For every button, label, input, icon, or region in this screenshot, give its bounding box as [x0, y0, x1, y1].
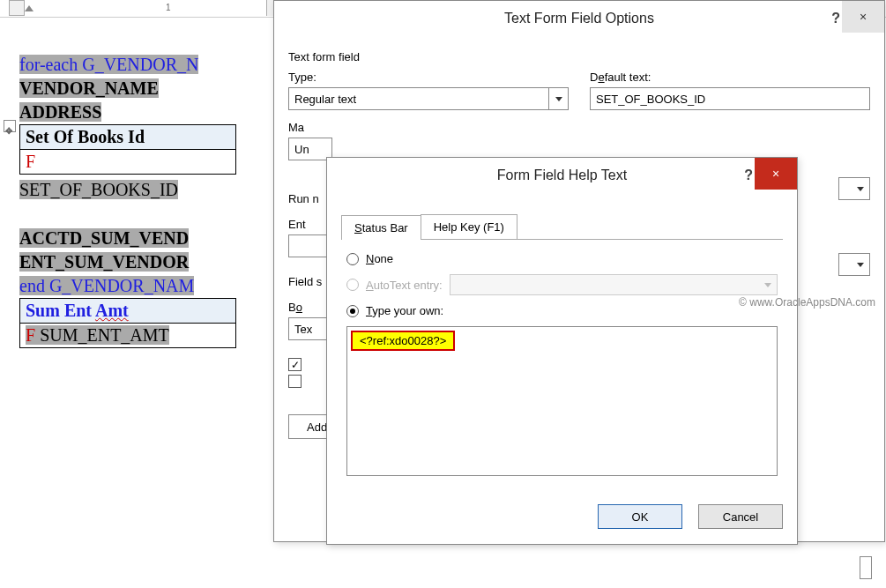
dialog-title-bar[interactable]: Text Form Field Options ? × [274, 1, 884, 36]
close-icon[interactable]: × [842, 1, 884, 33]
watermark: © www.OracleAppsDNA.com [739, 296, 875, 309]
radio-autotext-label: AutoText entry: [366, 279, 443, 292]
default-text-input[interactable] [590, 87, 870, 110]
vendor-name-field: VENDOR_NAME [19, 78, 159, 98]
tab-status-bar[interactable]: Status Bar [341, 215, 421, 240]
dialog-title: Form Field Help Text [497, 167, 627, 183]
tab-help-key[interactable]: Help Key (F1) [421, 214, 517, 239]
ok-button[interactable]: OK [598, 504, 682, 529]
help-text-textarea[interactable]: <?ref:xdo0028?> [346, 326, 778, 476]
group-label-text-form-field: Text form field [288, 50, 870, 63]
table-header-set-of-books[interactable]: Set Of Books Id [19, 124, 236, 150]
type-value: Regular text [294, 93, 356, 106]
radio-type-your-own[interactable] [346, 305, 359, 317]
chevron-down-icon[interactable] [548, 88, 568, 109]
tabs: Status Bar Help Key (F1) [341, 214, 783, 240]
table-cell-sum-ent-amt[interactable]: F SUM_ENT_AMT [19, 324, 236, 348]
fillin-enabled-checkbox[interactable]: ✓ [288, 358, 302, 371]
document-body: for-each G_VENDOR_N VENDOR_NAME ADDRESS … [19, 53, 236, 348]
bookmark-label: Bo [288, 301, 302, 314]
dialog-title: Text Form Field Options [504, 11, 654, 26]
text-format-combo[interactable] [838, 177, 870, 200]
type-label: Type: [288, 71, 316, 84]
form-field-help-text-dialog: Form Field Help Text ? × Status Bar Help… [326, 157, 798, 545]
calculate-on-exit-checkbox[interactable] [288, 375, 302, 388]
field-settings-label: Field s [288, 275, 322, 288]
ent-sum-field: ENT_SUM_VENDOR [19, 252, 189, 272]
acctd-sum-field: ACCTD_SUM_VEND [19, 228, 189, 248]
entry-label: Ent [288, 218, 306, 231]
table-header-sum-ent-amt[interactable]: Sum Ent Amt [19, 298, 236, 324]
run-macro-label: Run n [288, 192, 319, 205]
radio-none-label: None [366, 252, 393, 265]
tab-stop-selector[interactable] [9, 0, 25, 16]
help-text-value: <?ref:xdo0028?> [351, 331, 455, 351]
table-move-handle-icon[interactable] [4, 120, 16, 132]
type-combo[interactable]: Regular text [288, 87, 569, 110]
address-field: ADDRESS [19, 102, 101, 122]
default-text-label: Default text: [590, 71, 651, 84]
max-length-label: Ma [288, 121, 304, 134]
cancel-button[interactable]: Cancel [698, 504, 783, 529]
foreach-field[interactable]: for-each G_VENDOR_N [19, 55, 198, 74]
ruler-number: 1 [166, 3, 171, 12]
help-icon[interactable]: ? [831, 11, 840, 26]
close-icon[interactable]: × [755, 158, 797, 190]
exit-macro-combo[interactable] [838, 253, 870, 276]
dialog-title-bar[interactable]: Form Field Help Text ? × [327, 158, 797, 193]
set-of-books-id-field[interactable]: SET_OF_BOOKS_ID [19, 180, 178, 199]
table-cell-f[interactable]: F [19, 150, 236, 175]
help-icon[interactable]: ? [744, 167, 753, 183]
autotext-combo [450, 274, 778, 295]
radio-type-your-own-label: Type your own: [366, 304, 443, 317]
radio-autotext [346, 279, 359, 291]
end-foreach-field[interactable]: end G_VENDOR_NAM [19, 276, 194, 295]
radio-none[interactable] [346, 253, 359, 265]
truncated-control[interactable] [860, 556, 872, 579]
